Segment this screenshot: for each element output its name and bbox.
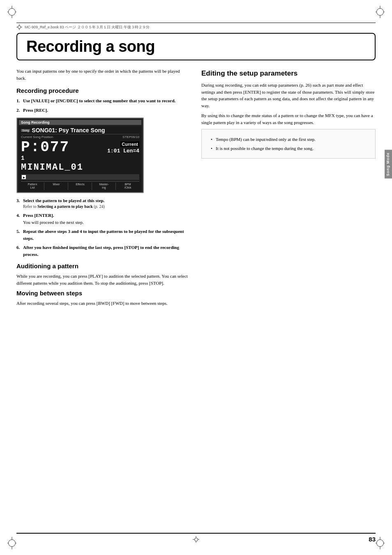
section-heading-auditioning: Auditioning a pattern bbox=[16, 263, 189, 269]
intro-text: You can input patterns one by one to spe… bbox=[16, 68, 189, 81]
step-4-num: 4. bbox=[16, 212, 20, 219]
editing-body-1: During song recording, you can edit setu… bbox=[201, 82, 376, 109]
step-1-num: 1. bbox=[16, 97, 20, 104]
screen-title-bar: Song Recording bbox=[19, 120, 141, 125]
step-4-text: Press [ENTER]. bbox=[23, 213, 54, 218]
section-heading-moving: Moving between steps bbox=[16, 290, 189, 297]
screen-bpm-area: P:077 1 bbox=[21, 140, 69, 161]
screen-main-display: P:077 1 Current 1:01 Len=4 bbox=[21, 140, 139, 161]
screen-song-tag: Song bbox=[21, 129, 30, 132]
page-title: Recording a song bbox=[26, 38, 155, 55]
step-3-sub: Refer to Selecting a pattern to play bac… bbox=[23, 204, 189, 210]
steps-list: 1. Use [VALUE] or [INC/DEC] to select th… bbox=[16, 97, 189, 113]
screen-bpm: P:077 bbox=[21, 140, 69, 155]
screen-current-vals: 1:01 Len=4 bbox=[107, 148, 139, 154]
right-column: Song Mode Editing the setup parameters D… bbox=[201, 68, 376, 310]
step-1: 1. Use [VALUE] or [INC/DEC] to select th… bbox=[16, 97, 189, 104]
step-6: 6. After you have finished inputting the… bbox=[16, 244, 189, 258]
page-number: 83 bbox=[369, 536, 376, 543]
screen-softkey-mastering: Master-ing bbox=[92, 182, 116, 190]
bullet-1: Tempo (BPM) can be input/edited only at … bbox=[211, 136, 371, 143]
screen-image: Song Recording Song SONG01: Psy Trance S… bbox=[16, 117, 144, 193]
section-recording-procedure: Recording procedure 1. Use [VALUE] or [I… bbox=[16, 87, 189, 258]
reg-mark-br bbox=[376, 539, 385, 548]
auditioning-body: While you are recording, you can press [… bbox=[16, 273, 189, 286]
screen-playbar-active: ▶ bbox=[22, 175, 26, 179]
screen-softkey-pattern: PatternList bbox=[21, 182, 44, 190]
content-area: Recording a song You can input patterns … bbox=[16, 33, 376, 530]
screen-softkey-mixer: Mixer bbox=[45, 182, 68, 190]
reg-mark-tr bbox=[376, 7, 385, 16]
page-title-box: Recording a song bbox=[16, 33, 376, 60]
two-col-layout: You can input patterns one by one to spe… bbox=[16, 68, 376, 310]
step-3-link: Selecting a pattern to play back bbox=[37, 204, 93, 209]
screen-current-label: Current bbox=[120, 141, 139, 147]
screen-playbar: ▶ bbox=[21, 174, 139, 180]
screen-position-label: Current Song Position bbox=[21, 135, 53, 139]
header-reg-mark bbox=[16, 24, 22, 30]
footer-reg-left bbox=[193, 536, 199, 543]
screen-step-indicator: STEP06/10 bbox=[122, 135, 139, 139]
screen-current-block: Current 1:01 Len=4 bbox=[107, 140, 139, 154]
editing-body-2: By using this to change the mute status … bbox=[201, 112, 376, 126]
screen-softkeys: PatternList Mixer Effects Master-ing BPM… bbox=[21, 181, 139, 190]
header-bar: MC-909_Ref_e.book 83 ページ ２００５年３月１日 火曜日 午… bbox=[16, 23, 376, 30]
step-6-num: 6. bbox=[16, 244, 20, 251]
section-heading-editing: Editing the setup parameters bbox=[201, 69, 376, 78]
step-4-sub: You will proceed to the next step. bbox=[23, 219, 189, 226]
step-2-text: Press [REC]. bbox=[23, 108, 48, 113]
steps-list-2: 3. Select the pattern to be played at th… bbox=[16, 197, 189, 258]
step-3-num: 3. bbox=[16, 197, 20, 204]
step-3-text: Select the pattern to be played at this … bbox=[23, 198, 104, 203]
info-note-box: Tempo (BPM) can be input/edited only at … bbox=[201, 129, 376, 159]
section-moving: Moving between steps After recording sev… bbox=[16, 290, 189, 307]
screen-softkey-effects: Effects bbox=[69, 182, 92, 190]
step-6-text: After you have finished inputting the la… bbox=[23, 245, 179, 257]
step-5-num: 5. bbox=[16, 228, 20, 235]
sidebar-tab: Song Mode bbox=[385, 150, 392, 179]
footer-bar: 83 bbox=[16, 533, 376, 543]
left-column: You can input patterns one by one to spe… bbox=[16, 68, 189, 310]
section-heading-recording: Recording procedure bbox=[16, 87, 189, 94]
screen-position-row: Current Song Position STEP06/10 bbox=[21, 134, 139, 139]
screen-softkey-bpm: BPM/Click bbox=[116, 182, 139, 190]
step-2-num: 2. bbox=[16, 107, 20, 114]
step-2: 2. Press [REC]. bbox=[16, 107, 189, 114]
screen-song-label: Song SONG01: Psy Trance Song bbox=[21, 127, 139, 134]
step-1-text: Use [VALUE] or [INC/DEC] to select the s… bbox=[23, 98, 175, 103]
screen-inner: Song SONG01: Psy Trance Song Current Son… bbox=[19, 126, 141, 191]
screen-song-name: SONG01: Psy Trance Song bbox=[32, 127, 105, 134]
bullet-2: It is not possible to change the tempo d… bbox=[211, 145, 371, 152]
screen-beat: 1 bbox=[21, 155, 69, 161]
bullet-list: Tempo (BPM) can be input/edited only at … bbox=[206, 136, 371, 152]
reg-mark-bl bbox=[7, 539, 16, 548]
header-text: MC-909_Ref_e.book 83 ページ ２００５年３月１日 火曜日 午… bbox=[25, 25, 150, 30]
step-5: 5. Repeat the above steps 3 and 4 to inp… bbox=[16, 228, 189, 242]
step-3: 3. Select the pattern to be played at th… bbox=[16, 197, 189, 210]
screen-pattern-name: MINIMAL_01 bbox=[21, 162, 139, 173]
step-5-text: Repeat the above steps 3 and 4 to input … bbox=[23, 229, 184, 241]
moving-body: After recording several steps, you can p… bbox=[16, 300, 189, 307]
step-4: 4. Press [ENTER]. You will proceed to th… bbox=[16, 212, 189, 226]
section-editing-params: Editing the setup parameters During song… bbox=[201, 69, 376, 159]
reg-mark-tl bbox=[7, 7, 16, 16]
section-auditioning: Auditioning a pattern While you are reco… bbox=[16, 263, 189, 286]
